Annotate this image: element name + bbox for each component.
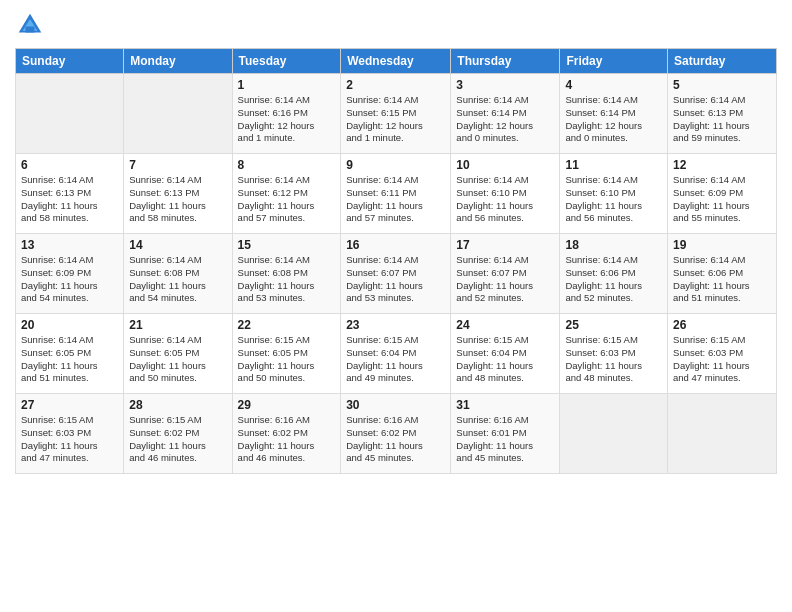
day-info: Sunrise: 6:15 AMSunset: 6:03 PMDaylight:… — [21, 414, 118, 465]
day-info: Sunrise: 6:15 AMSunset: 6:04 PMDaylight:… — [346, 334, 445, 385]
day-info: Sunrise: 6:14 AMSunset: 6:05 PMDaylight:… — [129, 334, 226, 385]
day-number: 13 — [21, 238, 118, 252]
day-info: Sunrise: 6:14 AMSunset: 6:09 PMDaylight:… — [21, 254, 118, 305]
weekday-header-row: SundayMondayTuesdayWednesdayThursdayFrid… — [16, 49, 777, 74]
day-info: Sunrise: 6:14 AMSunset: 6:13 PMDaylight:… — [21, 174, 118, 225]
day-number: 24 — [456, 318, 554, 332]
day-info: Sunrise: 6:14 AMSunset: 6:08 PMDaylight:… — [238, 254, 336, 305]
day-cell: 8Sunrise: 6:14 AMSunset: 6:12 PMDaylight… — [232, 154, 341, 234]
day-cell: 6Sunrise: 6:14 AMSunset: 6:13 PMDaylight… — [16, 154, 124, 234]
day-info: Sunrise: 6:14 AMSunset: 6:10 PMDaylight:… — [565, 174, 662, 225]
day-info: Sunrise: 6:14 AMSunset: 6:15 PMDaylight:… — [346, 94, 445, 145]
day-cell: 21Sunrise: 6:14 AMSunset: 6:05 PMDayligh… — [124, 314, 232, 394]
day-number: 29 — [238, 398, 336, 412]
day-number: 20 — [21, 318, 118, 332]
weekday-header-sunday: Sunday — [16, 49, 124, 74]
day-cell: 12Sunrise: 6:14 AMSunset: 6:09 PMDayligh… — [668, 154, 777, 234]
day-number: 31 — [456, 398, 554, 412]
day-cell: 29Sunrise: 6:16 AMSunset: 6:02 PMDayligh… — [232, 394, 341, 474]
day-number: 9 — [346, 158, 445, 172]
day-info: Sunrise: 6:15 AMSunset: 6:05 PMDaylight:… — [238, 334, 336, 385]
day-cell: 23Sunrise: 6:15 AMSunset: 6:04 PMDayligh… — [341, 314, 451, 394]
day-number: 7 — [129, 158, 226, 172]
day-cell: 5Sunrise: 6:14 AMSunset: 6:13 PMDaylight… — [668, 74, 777, 154]
day-cell: 18Sunrise: 6:14 AMSunset: 6:06 PMDayligh… — [560, 234, 668, 314]
day-number: 23 — [346, 318, 445, 332]
day-number: 3 — [456, 78, 554, 92]
day-cell — [124, 74, 232, 154]
day-info: Sunrise: 6:15 AMSunset: 6:03 PMDaylight:… — [673, 334, 771, 385]
day-number: 22 — [238, 318, 336, 332]
day-cell: 2Sunrise: 6:14 AMSunset: 6:15 PMDaylight… — [341, 74, 451, 154]
logo-icon — [15, 10, 45, 40]
day-cell: 11Sunrise: 6:14 AMSunset: 6:10 PMDayligh… — [560, 154, 668, 234]
day-info: Sunrise: 6:15 AMSunset: 6:03 PMDaylight:… — [565, 334, 662, 385]
day-number: 6 — [21, 158, 118, 172]
week-row-1: 1Sunrise: 6:14 AMSunset: 6:16 PMDaylight… — [16, 74, 777, 154]
day-info: Sunrise: 6:14 AMSunset: 6:14 PMDaylight:… — [565, 94, 662, 145]
calendar-body: 1Sunrise: 6:14 AMSunset: 6:16 PMDaylight… — [16, 74, 777, 474]
day-info: Sunrise: 6:14 AMSunset: 6:06 PMDaylight:… — [673, 254, 771, 305]
svg-rect-2 — [26, 27, 35, 33]
day-number: 2 — [346, 78, 445, 92]
day-cell: 25Sunrise: 6:15 AMSunset: 6:03 PMDayligh… — [560, 314, 668, 394]
day-number: 14 — [129, 238, 226, 252]
day-info: Sunrise: 6:14 AMSunset: 6:13 PMDaylight:… — [129, 174, 226, 225]
day-number: 12 — [673, 158, 771, 172]
day-number: 1 — [238, 78, 336, 92]
day-info: Sunrise: 6:14 AMSunset: 6:07 PMDaylight:… — [346, 254, 445, 305]
weekday-header-monday: Monday — [124, 49, 232, 74]
day-info: Sunrise: 6:14 AMSunset: 6:13 PMDaylight:… — [673, 94, 771, 145]
day-cell: 14Sunrise: 6:14 AMSunset: 6:08 PMDayligh… — [124, 234, 232, 314]
day-info: Sunrise: 6:16 AMSunset: 6:01 PMDaylight:… — [456, 414, 554, 465]
day-info: Sunrise: 6:14 AMSunset: 6:10 PMDaylight:… — [456, 174, 554, 225]
day-cell: 30Sunrise: 6:16 AMSunset: 6:02 PMDayligh… — [341, 394, 451, 474]
day-cell: 26Sunrise: 6:15 AMSunset: 6:03 PMDayligh… — [668, 314, 777, 394]
weekday-header-saturday: Saturday — [668, 49, 777, 74]
day-number: 4 — [565, 78, 662, 92]
day-cell — [16, 74, 124, 154]
day-info: Sunrise: 6:14 AMSunset: 6:05 PMDaylight:… — [21, 334, 118, 385]
day-cell: 4Sunrise: 6:14 AMSunset: 6:14 PMDaylight… — [560, 74, 668, 154]
header — [15, 10, 777, 40]
week-row-3: 13Sunrise: 6:14 AMSunset: 6:09 PMDayligh… — [16, 234, 777, 314]
day-info: Sunrise: 6:14 AMSunset: 6:08 PMDaylight:… — [129, 254, 226, 305]
day-cell: 17Sunrise: 6:14 AMSunset: 6:07 PMDayligh… — [451, 234, 560, 314]
week-row-2: 6Sunrise: 6:14 AMSunset: 6:13 PMDaylight… — [16, 154, 777, 234]
day-number: 8 — [238, 158, 336, 172]
day-number: 26 — [673, 318, 771, 332]
day-number: 30 — [346, 398, 445, 412]
day-info: Sunrise: 6:14 AMSunset: 6:07 PMDaylight:… — [456, 254, 554, 305]
day-cell: 20Sunrise: 6:14 AMSunset: 6:05 PMDayligh… — [16, 314, 124, 394]
day-cell: 24Sunrise: 6:15 AMSunset: 6:04 PMDayligh… — [451, 314, 560, 394]
day-number: 25 — [565, 318, 662, 332]
day-number: 10 — [456, 158, 554, 172]
calendar-table: SundayMondayTuesdayWednesdayThursdayFrid… — [15, 48, 777, 474]
calendar-header: SundayMondayTuesdayWednesdayThursdayFrid… — [16, 49, 777, 74]
day-info: Sunrise: 6:14 AMSunset: 6:06 PMDaylight:… — [565, 254, 662, 305]
day-number: 15 — [238, 238, 336, 252]
day-number: 18 — [565, 238, 662, 252]
week-row-4: 20Sunrise: 6:14 AMSunset: 6:05 PMDayligh… — [16, 314, 777, 394]
day-cell: 1Sunrise: 6:14 AMSunset: 6:16 PMDaylight… — [232, 74, 341, 154]
day-number: 27 — [21, 398, 118, 412]
day-cell: 3Sunrise: 6:14 AMSunset: 6:14 PMDaylight… — [451, 74, 560, 154]
day-number: 21 — [129, 318, 226, 332]
day-info: Sunrise: 6:14 AMSunset: 6:09 PMDaylight:… — [673, 174, 771, 225]
day-info: Sunrise: 6:15 AMSunset: 6:04 PMDaylight:… — [456, 334, 554, 385]
day-cell: 19Sunrise: 6:14 AMSunset: 6:06 PMDayligh… — [668, 234, 777, 314]
day-number: 16 — [346, 238, 445, 252]
day-number: 5 — [673, 78, 771, 92]
day-cell: 9Sunrise: 6:14 AMSunset: 6:11 PMDaylight… — [341, 154, 451, 234]
day-cell: 16Sunrise: 6:14 AMSunset: 6:07 PMDayligh… — [341, 234, 451, 314]
day-info: Sunrise: 6:16 AMSunset: 6:02 PMDaylight:… — [238, 414, 336, 465]
day-cell — [560, 394, 668, 474]
day-info: Sunrise: 6:14 AMSunset: 6:11 PMDaylight:… — [346, 174, 445, 225]
week-row-5: 27Sunrise: 6:15 AMSunset: 6:03 PMDayligh… — [16, 394, 777, 474]
day-cell: 13Sunrise: 6:14 AMSunset: 6:09 PMDayligh… — [16, 234, 124, 314]
weekday-header-wednesday: Wednesday — [341, 49, 451, 74]
day-cell: 28Sunrise: 6:15 AMSunset: 6:02 PMDayligh… — [124, 394, 232, 474]
logo — [15, 10, 48, 40]
day-number: 17 — [456, 238, 554, 252]
day-cell: 10Sunrise: 6:14 AMSunset: 6:10 PMDayligh… — [451, 154, 560, 234]
